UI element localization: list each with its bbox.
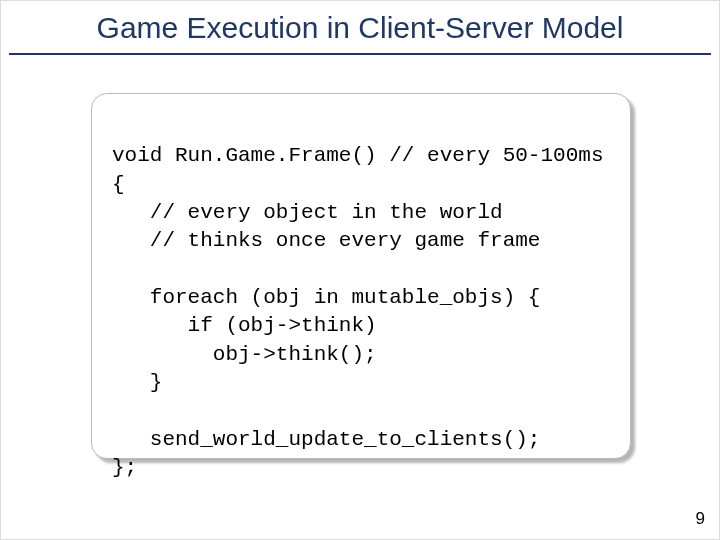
code-line-4: // thinks once every game frame — [112, 229, 540, 252]
code-line-12: }; — [112, 456, 137, 479]
code-line-9: } — [112, 371, 162, 394]
title-bar: Game Execution in Client-Server Model — [9, 7, 711, 55]
code-lines: void Run.Game.Frame() // every 50-100ms … — [112, 142, 610, 482]
code-line-7: if (obj->think) — [112, 314, 377, 337]
slide-title: Game Execution in Client-Server Model — [97, 11, 624, 44]
page-number: 9 — [696, 509, 705, 529]
code-line-2: { — [112, 173, 125, 196]
code-line-1: void Run.Game.Frame() // every 50-100ms — [112, 144, 603, 167]
slide: Game Execution in Client-Server Model vo… — [0, 0, 720, 540]
code-box: void Run.Game.Frame() // every 50-100ms … — [91, 93, 631, 459]
code-line-8: obj->think(); — [112, 343, 377, 366]
code-line-3: // every object in the world — [112, 201, 503, 224]
code-line-11: send_world_update_to_clients(); — [112, 428, 540, 451]
code-line-6: foreach (obj in mutable_objs) { — [112, 286, 540, 309]
